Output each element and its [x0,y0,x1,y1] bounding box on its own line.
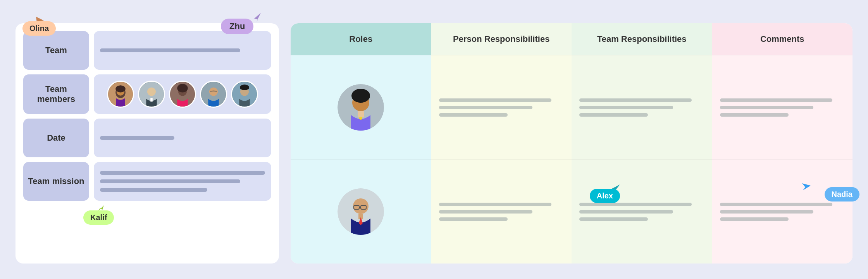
placeholder-line [100,179,240,183]
table-body [291,55,852,264]
comments-column [712,55,853,264]
cell-lines-3 [579,98,704,117]
team-members-row: Team members [23,74,271,114]
svg-point-19 [240,84,249,90]
right-panel: Roles Person Responsibilities Team Respo… [291,23,852,264]
avatar-2 [138,81,165,108]
comments-cell-2[interactable] [712,159,853,264]
placeholder-line [100,48,240,52]
table-header: Roles Person Responsibilities Team Respo… [291,23,852,55]
right-table: Roles Person Responsibilities Team Respo… [291,23,852,264]
team-members-content[interactable] [94,74,271,114]
svg-point-16 [209,88,218,96]
left-panel: Team Team members [16,23,279,264]
placeholder-line [100,136,174,140]
avatar-1 [107,81,134,108]
placeholder-line [100,171,265,175]
roles-column [291,55,431,264]
cell-lines-1 [439,98,564,117]
svg-rect-11 [150,98,152,102]
cell-lines-4 [579,203,704,221]
team-placeholder-lines [100,48,265,52]
cell-lines-5 [720,98,845,117]
team-members-label: Team members [23,74,89,114]
team-mission-content[interactable] [94,162,271,201]
cell-lines-6 [720,203,845,221]
avatar-4 [200,81,227,108]
person-resp-column [431,55,572,264]
date-content[interactable] [94,119,271,157]
team-resp-cell-1[interactable] [572,55,712,159]
person-avatar-female [338,84,384,131]
col-header-comments: Comments [712,23,853,55]
svg-rect-23 [358,111,364,117]
col-header-person: Person Responsibilities [431,23,572,55]
mission-lines [100,171,265,192]
role-cell-2[interactable] [291,159,431,264]
team-resp-column [572,55,712,264]
cell-lines-2 [439,203,564,221]
person-avatar-male [338,188,384,235]
person-resp-cell-1[interactable] [431,55,572,159]
avatar-group [107,81,258,108]
avatar-5 [231,81,258,108]
col-header-team: Team Responsibilities [572,23,712,55]
team-label: Team [23,31,89,70]
team-mission-row: Team mission [23,162,271,201]
col-header-roles: Roles [291,23,431,55]
avatar-3 [169,81,196,108]
person-resp-cell-2[interactable] [431,159,572,264]
placeholder-line [100,188,207,192]
team-resp-cell-2[interactable] [572,159,712,264]
main-container: Team Team members [0,0,868,279]
comments-cell-1[interactable] [712,55,853,159]
svg-point-22 [351,89,370,103]
svg-point-14 [177,84,188,92]
role-cell-1[interactable] [291,55,431,159]
team-mission-label: Team mission [23,162,89,201]
date-label: Date [23,119,89,157]
date-lines [100,136,265,140]
svg-point-24 [359,117,362,120]
team-content[interactable] [94,31,271,70]
team-row: Team [23,31,271,70]
svg-point-10 [147,88,156,96]
date-row: Date [23,119,271,157]
